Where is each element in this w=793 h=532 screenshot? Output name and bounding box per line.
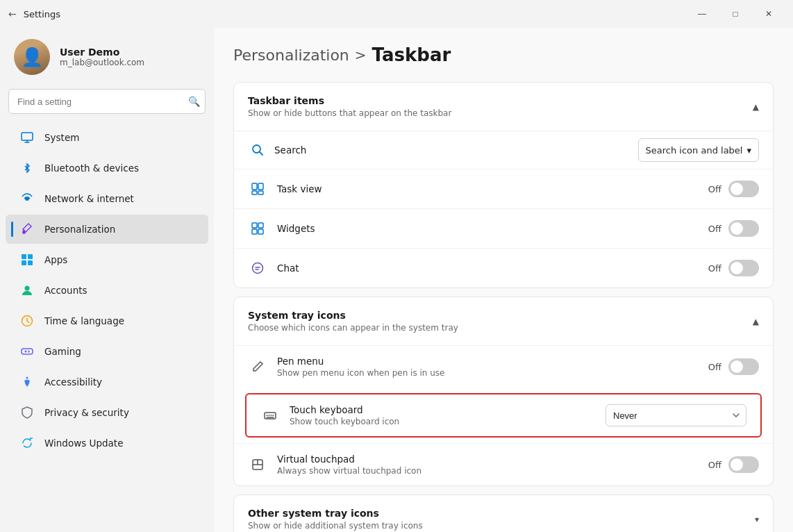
sidebar-label-apps: Apps — [44, 254, 67, 265]
taskview-icon — [248, 179, 267, 199]
bluetooth-icon — [19, 160, 35, 176]
svg-rect-10 — [252, 183, 257, 190]
search-control: Search icon and label ▾ — [638, 138, 759, 162]
widgets-toggle[interactable] — [728, 220, 759, 237]
system-tray-header[interactable]: System tray icons Choose which icons can… — [234, 297, 773, 345]
sidebar-item-update[interactable]: Windows Update — [6, 429, 208, 458]
sidebar-item-apps[interactable]: Apps — [6, 245, 208, 274]
back-button[interactable]: ← — [8, 8, 17, 19]
sidebar-item-system[interactable]: System — [6, 123, 208, 152]
pen-menu-toggle-label: Off — [708, 362, 721, 372]
svg-rect-17 — [258, 229, 263, 234]
sidebar-item-accounts[interactable]: Accounts — [6, 276, 208, 305]
svg-rect-14 — [252, 223, 257, 228]
taskbar-items-chevron: ▲ — [753, 102, 759, 112]
system-tray-section: System tray icons Choose which icons can… — [233, 297, 774, 486]
user-name: User Demo — [60, 47, 144, 58]
virtual-touchpad-control: Off — [708, 456, 759, 473]
search-setting-label: Search — [274, 144, 306, 156]
touch-keyboard-dropdown[interactable]: Never Always When no keyboard attached — [606, 404, 746, 426]
refresh-icon — [19, 435, 35, 451]
pen-menu-desc: Show pen menu icon when pen is in use — [277, 368, 699, 378]
sidebar-item-accessibility[interactable]: Accessibility — [6, 367, 208, 397]
svg-rect-3 — [22, 260, 26, 265]
search-dropdown-chevron: ▾ — [746, 145, 751, 156]
search-dropdown[interactable]: Search icon and label ▾ — [638, 138, 759, 162]
sidebar: 👤 User Demo m_lab@outlook.com 🔍 System B… — [0, 28, 214, 532]
user-section: 👤 User Demo m_lab@outlook.com — [0, 28, 214, 89]
sidebar-item-bluetooth[interactable]: Bluetooth & devices — [6, 153, 208, 183]
svg-point-5 — [25, 286, 30, 291]
sidebar-label-bluetooth: Bluetooth & devices — [44, 163, 139, 174]
sidebar-label-privacy: Privacy & security — [44, 407, 129, 418]
svg-point-8 — [26, 377, 28, 379]
widgets-toggle-label: Off — [708, 224, 721, 234]
sidebar-label-accessibility: Accessibility — [44, 376, 102, 388]
sidebar-label-time: Time & language — [44, 315, 124, 326]
touch-keyboard-desc: Show touch keyboard icon — [290, 417, 596, 426]
taskbar-items-header[interactable]: Taskbar items Show or hide buttons that … — [234, 83, 773, 131]
system-tray-chevron: ▲ — [753, 317, 759, 326]
accessibility-icon — [19, 374, 35, 390]
other-tray-header[interactable]: Other system tray icons Show or hide add… — [234, 495, 773, 532]
touchpad-icon — [248, 455, 267, 474]
other-tray-chevron: ▾ — [755, 515, 759, 524]
virtual-touchpad-toggle[interactable] — [728, 456, 759, 473]
chat-icon — [248, 258, 267, 278]
svg-rect-16 — [252, 229, 257, 234]
touch-keyboard-label: Touch keyboard — [290, 404, 596, 415]
sidebar-label-network: Network & internet — [44, 193, 134, 204]
svg-rect-0 — [22, 133, 33, 140]
shield-icon — [19, 405, 35, 420]
breadcrumb-separator: > — [355, 47, 367, 63]
pen-menu-control: Off — [708, 358, 759, 375]
svg-rect-13 — [258, 191, 263, 194]
taskbar-items-title: Taskbar items — [248, 95, 451, 106]
sidebar-item-network[interactable]: Network & internet — [6, 184, 208, 213]
taskbar-items-section: Taskbar items Show or hide buttons that … — [233, 82, 774, 288]
svg-point-9 — [253, 145, 260, 153]
other-tray-section: Other system tray icons Show or hide add… — [233, 494, 774, 532]
gamepad-icon — [19, 344, 35, 359]
user-email: m_lab@outlook.com — [60, 58, 144, 67]
pen-menu-toggle[interactable] — [728, 358, 759, 375]
page-title: Taskbar — [372, 44, 451, 65]
taskbar-items-body: Search Search icon and label ▾ — [234, 131, 773, 288]
minimize-button[interactable]: — — [686, 3, 718, 25]
user-info: User Demo m_lab@outlook.com — [60, 47, 144, 67]
keyboard-icon — [260, 406, 280, 425]
widgets-icon — [248, 219, 267, 238]
monitor-icon — [19, 130, 35, 145]
sidebar-item-gaming[interactable]: Gaming — [6, 337, 208, 366]
maximize-button[interactable]: □ — [719, 3, 751, 25]
page-header: Personalization > Taskbar — [233, 44, 774, 65]
virtual-touchpad-row: Virtual touchpad Always show virtual tou… — [234, 443, 773, 485]
sidebar-item-personalization[interactable]: Personalization — [6, 215, 208, 244]
pen-menu-row: Pen menu Show pen menu icon when pen is … — [234, 345, 773, 388]
content-area: Personalization > Taskbar Taskbar items … — [214, 28, 793, 532]
search-row: Search Search icon and label ▾ — [234, 131, 773, 169]
system-tray-body: Pen menu Show pen menu icon when pen is … — [234, 345, 773, 485]
search-button[interactable]: 🔍 — [188, 96, 200, 107]
search-input[interactable] — [8, 89, 206, 114]
title-bar: ← Settings — □ ✕ — [0, 0, 793, 28]
sidebar-item-privacy[interactable]: Privacy & security — [6, 398, 208, 427]
svg-rect-15 — [258, 223, 263, 228]
network-icon — [19, 191, 35, 206]
taskview-row: Task view Off — [234, 169, 773, 208]
taskview-toggle[interactable] — [728, 181, 759, 197]
clock-icon — [19, 313, 35, 329]
close-button[interactable]: ✕ — [753, 3, 785, 25]
taskview-label: Task view — [277, 183, 699, 194]
sidebar-item-time[interactable]: Time & language — [6, 306, 208, 335]
svg-rect-12 — [252, 191, 257, 194]
pen-icon — [248, 357, 267, 376]
chat-toggle[interactable] — [728, 260, 759, 276]
widgets-row: Widgets Off — [234, 208, 773, 248]
avatar: 👤 — [14, 39, 50, 75]
search-dropdown-value: Search icon and label — [646, 145, 743, 156]
search-setting-icon — [248, 140, 267, 160]
paint-icon — [19, 222, 35, 237]
app-title: Settings — [24, 9, 679, 19]
svg-rect-2 — [28, 254, 33, 259]
